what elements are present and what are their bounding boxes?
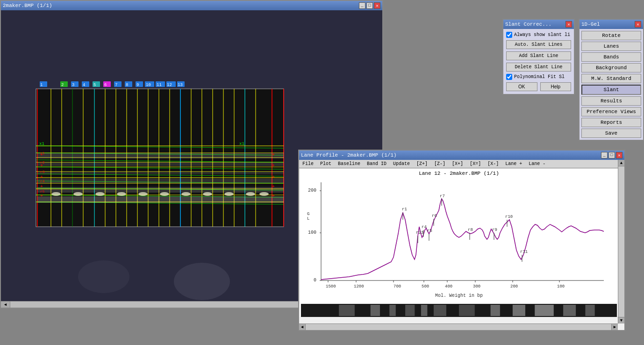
svg-rect-46 xyxy=(37,162,284,166)
svg-point-105 xyxy=(174,263,230,300)
svg-text:+: + xyxy=(272,152,275,158)
svg-rect-49 xyxy=(37,187,284,193)
scroll-left[interactable]: ◀ xyxy=(1,302,10,308)
profile-minimize-button[interactable]: _ xyxy=(601,152,608,158)
minimize-button[interactable]: _ xyxy=(359,2,365,9)
slant-button[interactable]: Slant xyxy=(581,85,641,95)
svg-rect-47 xyxy=(37,172,284,174)
menu-zoom-out[interactable]: [Z-] xyxy=(433,161,447,166)
svg-text:8: 8 xyxy=(126,83,128,87)
bands-button[interactable]: Bands xyxy=(581,52,641,62)
slant-panel-title-bar: Slant Correc... ✕ xyxy=(503,20,574,29)
svg-rect-156 xyxy=(371,305,380,316)
results-button[interactable]: Results xyxy=(581,96,641,106)
slant-correction-panel: Slant Correc... ✕ Always show slant li A… xyxy=(502,19,575,95)
menu-x-equal[interactable]: [X=] xyxy=(468,161,482,166)
mw-standard-button[interactable]: M.W. Standard xyxy=(581,74,641,83)
svg-point-51 xyxy=(51,192,61,196)
save-button[interactable]: Save xyxy=(581,129,641,138)
svg-text:r1: r1 xyxy=(402,207,407,212)
menu-baseline[interactable]: Baseline xyxy=(336,161,362,166)
svg-rect-163 xyxy=(513,305,525,316)
menu-plot[interactable]: Plot xyxy=(319,161,333,166)
scroll-right[interactable]: ▶ xyxy=(611,324,618,330)
main-window-controls: _ □ ✕ xyxy=(359,2,380,9)
scroll-down[interactable]: ▼ xyxy=(618,317,624,323)
background-button[interactable]: Background xyxy=(581,63,641,72)
slant-panel-controls: ✕ xyxy=(565,21,572,28)
svg-text:+: + xyxy=(272,163,275,168)
main-window-title: 2maker.BMP (1/1) xyxy=(3,3,52,8)
menu-x-minus[interactable]: [X-] xyxy=(486,161,500,166)
scroll-up[interactable]: ▲ xyxy=(618,160,624,166)
slant-close-button[interactable]: ✕ xyxy=(565,21,572,28)
svg-text:400: 400 xyxy=(445,284,452,289)
svg-text:r10: r10 xyxy=(505,215,513,219)
reports-button[interactable]: Reports xyxy=(581,118,641,127)
scroll-left[interactable]: ◀ xyxy=(299,324,306,330)
svg-text:+: + xyxy=(272,175,275,180)
svg-rect-161 xyxy=(459,305,475,316)
svg-text:G: G xyxy=(307,212,309,216)
svg-point-106 xyxy=(78,260,129,293)
svg-text:6: 6 xyxy=(104,83,107,87)
always-show-slant-checkbox[interactable] xyxy=(506,32,512,38)
add-slant-line-button[interactable]: Add Slant Line xyxy=(506,51,571,60)
svg-text:200: 200 xyxy=(308,188,316,193)
svg-rect-50 xyxy=(37,196,284,203)
slant-help-button[interactable]: Help xyxy=(540,82,572,91)
auto-slant-lines-button[interactable]: Auto. Slant Lines xyxy=(506,40,571,49)
slant-ok-button[interactable]: OK xyxy=(506,82,537,91)
gel-panel-close-button[interactable]: ✕ xyxy=(635,21,641,28)
gel-panel-controls: ✕ xyxy=(635,21,641,28)
svg-text:r1: r1 xyxy=(40,151,45,155)
gel-panel: 1D-Gel ✕ Rotate Lanes Bands Background M… xyxy=(579,19,644,141)
svg-text:500: 500 xyxy=(422,284,429,289)
profile-v-scrollbar[interactable]: ▲ ▼ xyxy=(618,160,624,323)
menu-update[interactable]: Update xyxy=(392,161,411,166)
svg-rect-155 xyxy=(339,305,355,316)
svg-text:r6: r6 xyxy=(432,214,437,218)
menu-lane-minus[interactable]: Lane - xyxy=(527,161,547,166)
svg-rect-164 xyxy=(535,305,554,316)
chart-container: Lane 12 - 2maker.BMP (1/1) 200 100 0 G L… xyxy=(300,169,618,316)
menu-lane-plus[interactable]: Lane + xyxy=(504,161,523,166)
close-button[interactable]: ✕ xyxy=(374,2,380,9)
svg-point-58 xyxy=(203,192,212,196)
chart-title: Lane 12 - 2maker.BMP (1/1) xyxy=(300,169,618,178)
svg-text:100: 100 xyxy=(557,284,565,289)
svg-text:r23: r23 xyxy=(416,230,423,235)
menu-band-id[interactable]: Band ID xyxy=(365,161,388,166)
menu-x-plus[interactable]: [X+] xyxy=(451,161,465,166)
svg-text:700: 700 xyxy=(394,284,401,289)
profile-close-button[interactable]: ✕ xyxy=(616,152,623,158)
svg-rect-157 xyxy=(389,305,396,316)
polynominal-fit-checkbox[interactable] xyxy=(506,74,512,80)
svg-text:r11: r11 xyxy=(520,250,528,254)
svg-text:100: 100 xyxy=(308,230,316,235)
lanes-button[interactable]: Lanes xyxy=(581,42,641,51)
profile-maximize-button[interactable]: □ xyxy=(608,152,615,158)
menu-zoom-in[interactable]: [Z+] xyxy=(415,161,429,166)
gel-panel-title: 1D-Gel xyxy=(581,22,600,27)
maximize-button[interactable]: □ xyxy=(366,2,373,9)
profile-menubar: File Plot Baseline Band ID Update [Z+] [… xyxy=(299,160,624,168)
gel-panel-buttons: Rotate Lanes Bands Background M.W. Stand… xyxy=(580,29,643,140)
svg-rect-165 xyxy=(563,305,576,316)
always-show-slant-label: Always show slant li xyxy=(514,32,570,37)
rotate-button[interactable]: Rotate xyxy=(581,31,641,40)
svg-text:+: + xyxy=(40,194,43,199)
slant-panel-title: Slant Correc... xyxy=(505,22,551,27)
svg-text:3: 3 xyxy=(72,83,74,87)
svg-text:200: 200 xyxy=(510,284,518,289)
delete-slant-line-button[interactable]: Delete Slant Line xyxy=(506,63,571,72)
profile-h-scrollbar[interactable]: ◀ ▶ xyxy=(299,323,618,330)
lane-profile-window: Lane Profile - 2maker.BMP (1/1) _ □ ✕ Fi… xyxy=(298,150,625,331)
svg-point-56 xyxy=(160,192,169,196)
svg-text:r4: r4 xyxy=(40,179,45,183)
menu-file[interactable]: File xyxy=(301,161,315,166)
preference-views-button[interactable]: Preference Views xyxy=(581,107,641,116)
svg-text:r3: r3 xyxy=(40,170,45,174)
svg-rect-160 xyxy=(434,305,446,316)
slant-panel-content: Always show slant li Auto. Slant Lines A… xyxy=(503,29,574,94)
